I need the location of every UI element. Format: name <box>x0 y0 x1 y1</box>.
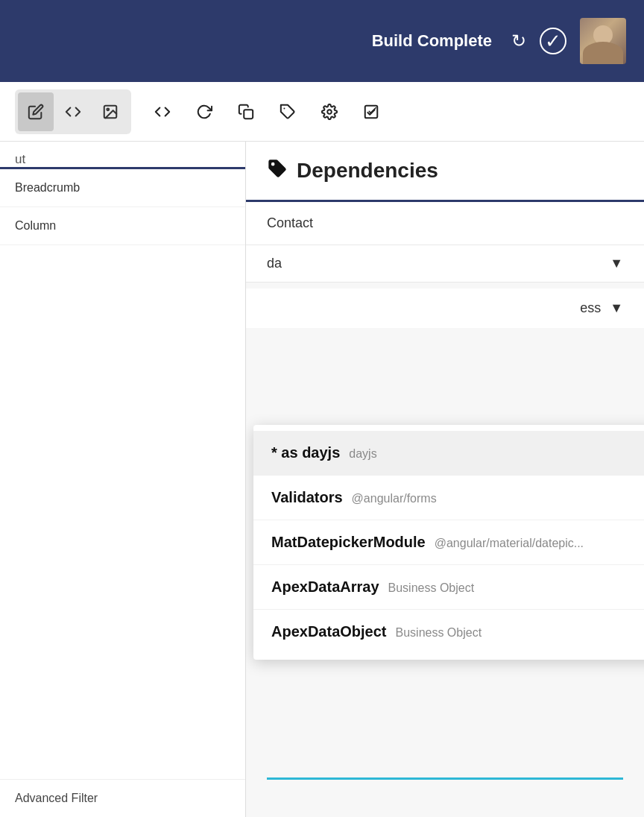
contact-field-row: Contact <box>246 202 644 245</box>
dependencies-title: Dependencies <box>297 159 438 183</box>
item-name-0: * as dayjs <box>271 444 340 461</box>
svg-point-4 <box>327 110 332 114</box>
toolbar-tag-button[interactable] <box>270 92 306 131</box>
content-area: ut Breadcrumb Column Advanced Filter Dep… <box>0 142 644 817</box>
svg-rect-2 <box>244 110 253 119</box>
ess-row[interactable]: ess ▼ <box>246 288 644 328</box>
search-value: da <box>267 256 282 271</box>
autocomplete-item-0[interactable]: * as dayjs dayjs <box>253 431 644 476</box>
avatar[interactable] <box>580 18 626 64</box>
item-source-0: dayjs <box>349 447 376 461</box>
toolbar-settings-button[interactable] <box>312 92 347 131</box>
toolbar-group-main <box>15 89 131 134</box>
item-name-4: ApexDataObject <box>271 623 387 640</box>
left-item-breadcrumb[interactable]: Breadcrumb <box>0 169 245 207</box>
item-name-2: MatDatepickerModule <box>271 534 426 551</box>
advanced-filter-label: Advanced Filter <box>0 779 246 817</box>
autocomplete-item-4[interactable]: ApexDataObject Business Object <box>253 610 644 654</box>
item-name-3: ApexDataArray <box>271 578 379 596</box>
contact-label: Contact <box>267 215 313 230</box>
blue-underline <box>267 777 623 780</box>
item-source-4: Business Object <box>396 626 482 640</box>
tag-icon <box>267 158 288 183</box>
ess-chevron-icon: ▼ <box>610 300 623 316</box>
left-panel: ut Breadcrumb Column Advanced Filter <box>0 142 246 817</box>
toolbar-copy-button[interactable] <box>228 92 264 131</box>
item-name-1: Validators <box>271 489 343 506</box>
item-source-3: Business Object <box>388 581 475 595</box>
toolbar-image-button[interactable] <box>92 92 128 131</box>
refresh-icon[interactable]: ↻ <box>511 31 526 51</box>
header: Build Complete ↻ ✓ <box>0 0 644 82</box>
check-icon[interactable]: ✓ <box>540 28 566 54</box>
partial-label: ut <box>0 142 245 167</box>
autocomplete-item-2[interactable]: MatDatepickerModule @angular/material/da… <box>253 520 644 565</box>
toolbar-code-button[interactable] <box>55 92 91 131</box>
right-panel: Dependencies Contact da ▼ ess ▼ * as day… <box>246 142 644 817</box>
toolbar-edit-button[interactable] <box>18 92 54 131</box>
build-complete-title: Build Complete <box>372 31 492 51</box>
item-source-1: @angular/forms <box>352 492 437 505</box>
toolbar-checkmark-button[interactable] <box>353 92 389 131</box>
ess-label: ess <box>580 300 601 316</box>
autocomplete-item-1[interactable]: Validators @angular/forms <box>253 476 644 520</box>
toolbar <box>0 82 644 142</box>
svg-point-1 <box>107 108 109 110</box>
item-source-2: @angular/material/datepic... <box>435 537 584 550</box>
chevron-down-icon: ▼ <box>610 256 623 271</box>
search-select-row[interactable]: da ▼ <box>246 245 644 283</box>
dependencies-header: Dependencies <box>246 142 644 202</box>
toolbar-source-button[interactable] <box>145 92 180 131</box>
autocomplete-item-3[interactable]: ApexDataArray Business Object <box>253 565 644 610</box>
autocomplete-dropdown: * as dayjs dayjs Validators @angular/for… <box>253 425 644 660</box>
left-item-column[interactable]: Column <box>0 207 245 245</box>
toolbar-refresh-button[interactable] <box>186 92 222 131</box>
